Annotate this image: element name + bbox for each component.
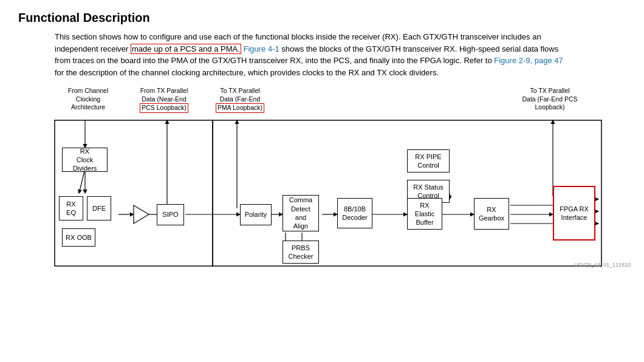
diagram-arrows [24, 87, 632, 269]
label-pma-loopback: PMA Loopback) [216, 103, 264, 113]
highlight-pcs-pma: made up of a PCS and a PMA. [131, 44, 241, 54]
block-rx-clock-dividers: RXClockDividers [62, 148, 108, 172]
svg-marker-25 [134, 205, 149, 224]
block-rx-eq: RXEQ [59, 196, 83, 220]
watermark: UG476_c4_01_111810 [574, 262, 631, 268]
page: Functional Description This section show… [0, 0, 644, 275]
block-rx-pipe-control: RX PIPEControl [407, 149, 450, 172]
desc-text3: for the description of the channel clock… [55, 68, 439, 77]
block-sipo: SIPO [157, 204, 184, 225]
block-dfe: DFE [87, 196, 111, 220]
block-rx-gearbox: RXGearbox [474, 198, 509, 230]
block-rx-oob: RX OOB [62, 228, 95, 247]
link-figure2-9[interactable]: Figure 2-9, page 47 [494, 56, 563, 65]
functional-diagram: From ChannelClockingArchitecture From TX… [24, 87, 632, 269]
label-pcs-loopback: PCS Loopback) [140, 103, 188, 113]
block-rx-elastic-buffer: RXElasticBuffer [407, 198, 442, 230]
link-figure4-1[interactable]: Figure 4-1 [243, 44, 279, 53]
label-to-tx-parallel-far-pcs: To TX ParallelData (Far-End PCSLoopback) [510, 87, 589, 112]
description-text: This section shows how to configure and … [55, 31, 571, 78]
block-comma-detect: CommaDetectandAlign [283, 195, 319, 231]
label-from-channel: From ChannelClockingArchitecture [61, 87, 115, 112]
block-polarity: Polarity [240, 204, 272, 225]
block-prbs-checker: PRBSChecker [283, 241, 319, 264]
block-8b10b-decoder: 8B/10BDecoder [337, 198, 372, 228]
page-title: Functional Description [18, 11, 626, 25]
label-to-tx-parallel-far: To TX ParallelData (Far-EndPMA Loopback) [207, 87, 273, 113]
label-from-tx-parallel: From TX ParallelData (Near-EndPCS Loopba… [131, 87, 197, 113]
block-fpga-rx-interface: FPGA RXInterface [553, 186, 595, 241]
